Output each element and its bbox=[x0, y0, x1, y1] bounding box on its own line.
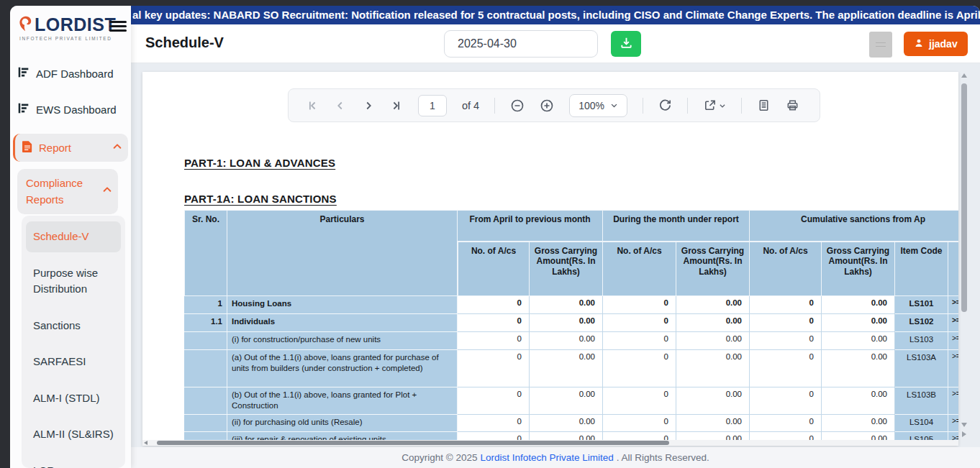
table-cell: >= bbox=[948, 350, 958, 387]
table-cell: 0.00 bbox=[822, 415, 895, 432]
page-number-input[interactable] bbox=[418, 95, 447, 116]
table-cell: 0 bbox=[750, 415, 822, 432]
table-cell: >= bbox=[948, 387, 958, 415]
next-page-button[interactable] bbox=[362, 99, 375, 112]
table-header-cell: No. of A/cs bbox=[458, 242, 530, 296]
table-header-group: Cumulative sanctions from Ap bbox=[750, 210, 958, 242]
table-cell: >= bbox=[948, 314, 958, 332]
scroll-left-arrow[interactable] bbox=[144, 441, 148, 445]
first-page-button[interactable] bbox=[306, 99, 319, 112]
download-icon bbox=[620, 36, 633, 52]
sidebar-item-sanctions[interactable]: Sanctions bbox=[26, 311, 121, 341]
rotate-refresh-button[interactable] bbox=[658, 98, 672, 112]
table-cell: >= bbox=[948, 415, 958, 432]
table-header-cell: No. of A/cs bbox=[603, 242, 676, 296]
table-cell: 0.00 bbox=[676, 332, 750, 350]
bar-chart-icon bbox=[17, 102, 30, 116]
table-cell: 0 bbox=[458, 296, 530, 314]
zoom-in-button[interactable] bbox=[540, 98, 554, 113]
page-title: Schedule-V bbox=[145, 35, 224, 51]
sidebar-item-alm-1[interactable]: ALM-I (STDL) bbox=[26, 383, 121, 414]
table-cell: 0.00 bbox=[676, 350, 750, 387]
scroll-up-arrow[interactable] bbox=[961, 73, 967, 78]
table-cell bbox=[184, 350, 227, 387]
hamburger-menu-icon[interactable] bbox=[109, 19, 127, 33]
table-header-cell: Particulars bbox=[227, 210, 458, 296]
table-cell: 1 bbox=[184, 296, 227, 314]
table-header-row: Sr. No. Particulars From April to previo… bbox=[184, 210, 958, 242]
brand-name: LORDIST bbox=[35, 14, 116, 35]
horizontal-scrollbar-thumb[interactable] bbox=[157, 441, 669, 445]
pdf-toolbar: of 4 100% bbox=[288, 88, 820, 122]
table-cell: 0 bbox=[603, 332, 676, 350]
table-header-cell: Sr. No. bbox=[184, 210, 227, 296]
sidebar-item-ews-dashboard[interactable]: EWS Dashboard bbox=[10, 93, 131, 125]
table-cell: (a) Out of the 1.1(i) above, loans grant… bbox=[227, 350, 458, 387]
toolbar-divider bbox=[687, 98, 688, 114]
table-cell: >= bbox=[948, 332, 958, 350]
scroll-right-arrow[interactable] bbox=[962, 431, 966, 437]
table-header-cell bbox=[948, 242, 958, 296]
sidebar-item-purpose-wise-distribution[interactable]: Purpose wise Distribution bbox=[26, 258, 121, 305]
last-page-button[interactable] bbox=[390, 99, 403, 112]
previous-page-button[interactable] bbox=[334, 99, 347, 112]
print-button[interactable] bbox=[786, 98, 799, 112]
table-cell: LS103 bbox=[895, 332, 948, 350]
table-row: (a) Out of the 1.1(i) above, loans grant… bbox=[184, 350, 958, 387]
zoom-level-dropdown[interactable]: 100% bbox=[569, 94, 627, 117]
table-cell: 0 bbox=[603, 415, 676, 432]
page-count-label: of 4 bbox=[462, 100, 479, 111]
table-row: 1 Housing Loans 0 0.00 0 0.00 0 0.00 LS1… bbox=[184, 296, 958, 314]
sidebar-item-compliance-reports[interactable]: Compliance Reports bbox=[17, 169, 118, 214]
table-cell: 0.00 bbox=[676, 432, 750, 440]
table-cell: (i) for construction/purchase of new uni… bbox=[227, 332, 458, 350]
sidebar-item-schedule-v[interactable]: Schedule-V bbox=[26, 221, 121, 252]
disabled-action-button bbox=[869, 32, 892, 58]
sidebar: LORDIST INFOTECH PRIVATE LIMITED ADF Das… bbox=[10, 6, 131, 468]
table-cell: LS103B bbox=[895, 387, 948, 415]
table-header-cell: Item Code bbox=[895, 242, 948, 296]
user-menu-button[interactable]: jjadav bbox=[904, 32, 968, 56]
sidebar-item-lcr[interactable]: LCR bbox=[26, 456, 121, 468]
table-header-cell: Gross Carrying Amount(Rs. In Lakhs) bbox=[676, 242, 750, 296]
table-cell: (ii) for purchasing old units (Resale) bbox=[227, 415, 458, 432]
table-cell: LS105 bbox=[895, 432, 948, 440]
report-date-input[interactable] bbox=[444, 30, 598, 58]
table-cell: LS101 bbox=[895, 296, 948, 314]
document-view-button[interactable] bbox=[757, 98, 771, 112]
sidebar-item-label: Compliance Reports bbox=[26, 175, 98, 208]
table-cell bbox=[184, 432, 227, 440]
table-cell: 0.00 bbox=[676, 296, 750, 314]
download-button[interactable] bbox=[611, 31, 641, 57]
table-cell: >= bbox=[948, 296, 958, 314]
toolbar-divider bbox=[494, 98, 495, 114]
table-cell: 0 bbox=[603, 387, 676, 415]
table-cell: 0.00 bbox=[530, 314, 603, 332]
table-cell: 0 bbox=[603, 432, 676, 440]
sidebar-item-alm-2[interactable]: ALM-II (SL&IRS) bbox=[26, 419, 121, 450]
footer: Copyright © 2025 Lordist Infotech Privat… bbox=[131, 447, 980, 468]
loan-sanctions-table: Sr. No. Particulars From April to previo… bbox=[184, 210, 958, 440]
sidebar-item-report[interactable]: Report bbox=[13, 134, 128, 162]
footer-company-link[interactable]: Lordist Infotech Private Limited bbox=[480, 452, 613, 463]
table-cell: 0 bbox=[750, 387, 822, 415]
table-cell: LS103A bbox=[895, 350, 948, 387]
brand-logo-icon bbox=[17, 16, 33, 35]
user-icon bbox=[914, 38, 924, 50]
sidebar-item-label: Report bbox=[39, 142, 106, 154]
zoom-level-value: 100% bbox=[579, 100, 604, 111]
vertical-scrollbar-thumb[interactable] bbox=[961, 83, 967, 312]
table-header-cell: No. of A/cs bbox=[750, 242, 822, 296]
scroll-down-arrow[interactable] bbox=[961, 423, 967, 427]
table-row: (b) Out of the 1.1(i) above, loans grant… bbox=[184, 387, 958, 415]
copyright-text: Copyright © 2025 bbox=[401, 452, 477, 463]
table-cell: (b) Out of the 1.1(i) above, loans grant… bbox=[227, 387, 458, 415]
export-button[interactable] bbox=[703, 98, 726, 112]
sidebar-item-sarfaesi[interactable]: SARFAESI bbox=[26, 347, 121, 377]
table-cell: 0 bbox=[458, 415, 530, 432]
content-area: of 4 100% bbox=[131, 63, 980, 468]
table-cell: 0.00 bbox=[822, 350, 895, 387]
table-cell: 0.00 bbox=[822, 314, 895, 332]
sidebar-item-adf-dashboard[interactable]: ADF Dashboard bbox=[10, 58, 131, 89]
zoom-out-button[interactable] bbox=[510, 98, 525, 113]
